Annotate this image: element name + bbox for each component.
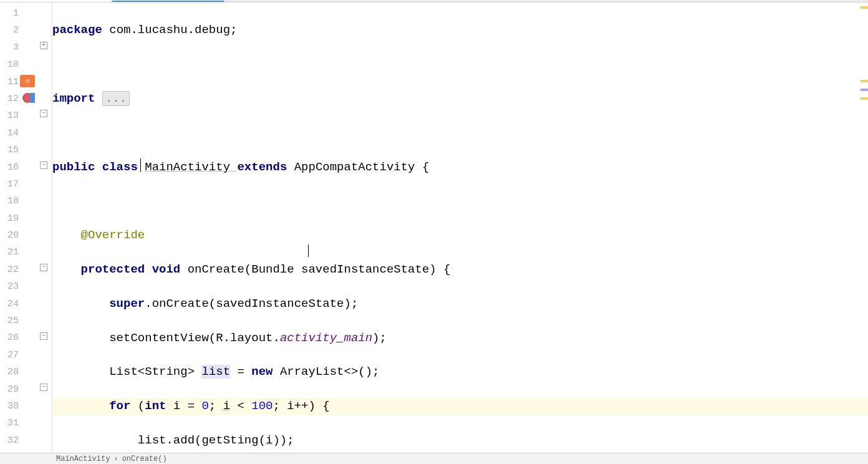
line-number: 10 xyxy=(0,56,19,73)
code-line: setContentView(R.layout.activity_main); xyxy=(52,330,868,347)
line-number: 21 xyxy=(0,244,19,261)
line-number: 17 xyxy=(0,176,19,193)
line-number: 29 xyxy=(0,381,19,398)
code-line-current: for (int i = 0; i < 100; i++) { xyxy=(52,398,868,415)
line-number: 25 xyxy=(0,312,19,329)
code-line: list.add(getSting(i)); xyxy=(52,432,868,449)
line-number: 13 xyxy=(0,107,19,124)
text-cursor xyxy=(308,244,309,257)
code-area[interactable]: package com.lucashu.debug; import ... pu… xyxy=(52,2,868,453)
stripe-warning[interactable] xyxy=(861,97,868,100)
override-icon[interactable] xyxy=(30,93,35,103)
fold-collapse-icon[interactable] xyxy=(40,384,47,391)
line-number: 11 xyxy=(0,74,19,90)
line-number: 24 xyxy=(0,296,19,312)
fold-collapse-icon[interactable] xyxy=(40,162,47,169)
fold-column xyxy=(36,2,52,453)
code-line xyxy=(52,125,868,142)
code-line: @Override xyxy=(52,227,868,244)
code-line: public class MainActivity extends AppCom… xyxy=(52,159,868,176)
line-number: 26 xyxy=(0,329,19,346)
fold-collapse-icon[interactable] xyxy=(40,264,47,271)
line-number: 27 xyxy=(0,347,19,364)
breadcrumb-method[interactable]: onCreate() xyxy=(122,455,167,463)
stripe-warning[interactable] xyxy=(861,6,868,9)
line-number: 16 xyxy=(0,159,19,176)
line-number: 1 xyxy=(0,5,19,22)
code-line: package com.lucashu.debug; xyxy=(52,22,868,39)
code-line xyxy=(52,193,868,210)
code-line xyxy=(52,56,868,73)
line-number: 22 xyxy=(0,261,19,278)
code-editor[interactable]: 1 2 3 10 11 12 13 14 15 16 17 18 19 20 2… xyxy=(0,2,868,453)
marker-column: ◇ xyxy=(19,2,36,453)
line-number: 30 xyxy=(0,398,19,415)
fold-collapse-icon[interactable] xyxy=(40,110,47,117)
stripe-warning[interactable] xyxy=(861,80,868,82)
error-stripe[interactable] xyxy=(861,5,868,453)
line-number: 32 xyxy=(0,432,19,449)
code-line: import ... xyxy=(52,90,868,107)
line-number: 28 xyxy=(0,364,19,380)
line-number-column: 1 2 3 10 11 12 13 14 15 16 17 18 19 20 2… xyxy=(0,2,19,453)
line-number: 14 xyxy=(0,125,19,142)
code-line: List<String> list = new ArrayList<>(); xyxy=(52,364,868,380)
stripe-selection[interactable] xyxy=(861,89,868,91)
tab-mainactivity-java[interactable] xyxy=(112,0,224,2)
tab-activity-main[interactable] xyxy=(0,0,112,2)
line-number: 31 xyxy=(0,415,19,432)
line-number: 23 xyxy=(0,278,19,295)
line-number: 18 xyxy=(0,193,19,210)
line-number: 15 xyxy=(0,142,19,158)
text-caret xyxy=(140,158,141,172)
line-number: 2 xyxy=(0,22,19,39)
class-icon[interactable]: ◇ xyxy=(20,75,35,87)
line-number: 19 xyxy=(0,210,19,227)
line-number: 3 xyxy=(0,39,19,56)
code-line: super.onCreate(savedInstanceState); xyxy=(52,296,868,312)
code-line: protected void onCreate(Bundle savedInst… xyxy=(52,261,868,278)
line-number: 12 xyxy=(0,90,19,107)
fold-expand-icon[interactable] xyxy=(40,42,47,49)
breadcrumb-class[interactable]: MainActivity xyxy=(56,455,110,463)
fold-collapse-icon[interactable] xyxy=(40,332,47,340)
line-number: 20 xyxy=(0,227,19,244)
folded-imports[interactable]: ... xyxy=(102,91,130,106)
chevron-right-icon: › xyxy=(113,455,118,463)
gutter: 1 2 3 10 11 12 13 14 15 16 17 18 19 20 2… xyxy=(0,2,52,453)
breadcrumb: MainActivity › onCreate() xyxy=(0,453,868,464)
